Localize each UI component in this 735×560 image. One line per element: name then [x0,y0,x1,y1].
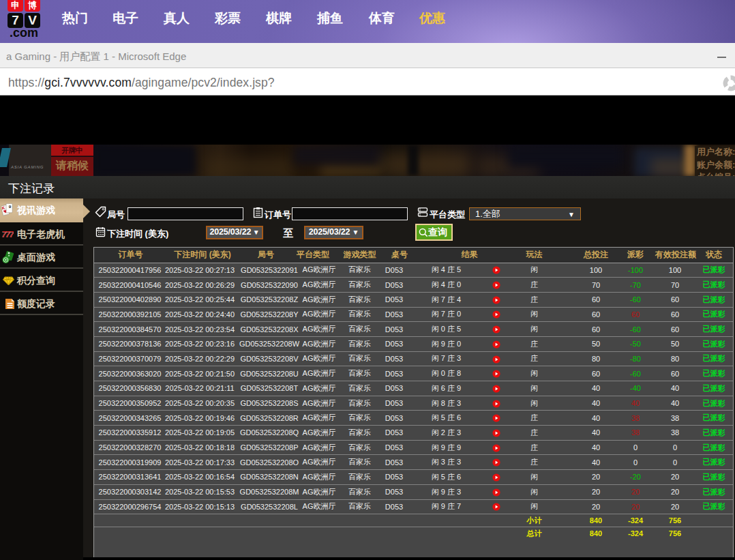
svg-text:777: 777 [2,230,14,239]
svg-text:9: 9 [9,204,12,209]
